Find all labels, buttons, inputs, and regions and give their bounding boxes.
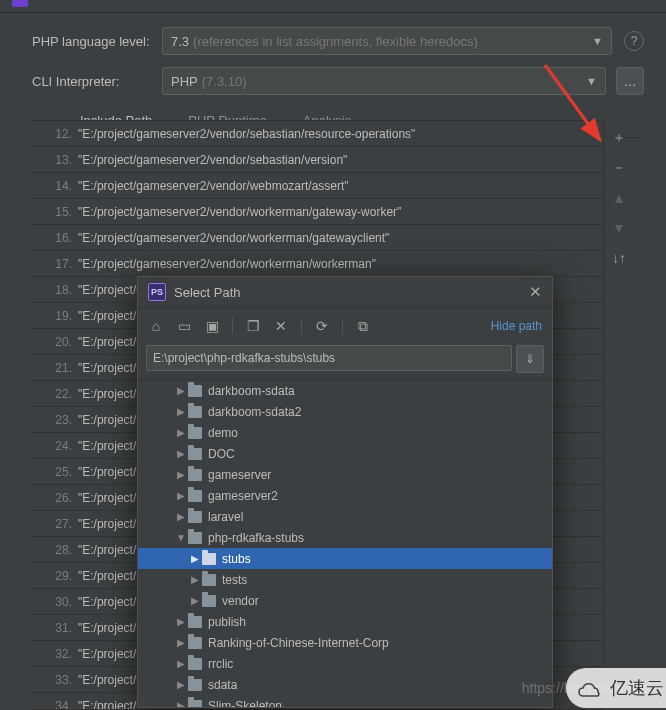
row-number: 17. [44, 257, 72, 271]
desktop-icon[interactable]: ▭ [176, 318, 192, 334]
tree-item[interactable]: ▶gameserver2 [138, 485, 552, 506]
delete-icon[interactable]: ✕ [273, 318, 289, 334]
row-number: 20. [44, 335, 72, 349]
tree-item[interactable]: ▶darkboom-sdata [138, 380, 552, 401]
row-path: "E:/project/gameserver2/vendor/sebastian… [78, 153, 347, 167]
list-item[interactable]: 14."E:/project/gameserver2/vendor/webmoz… [32, 173, 603, 199]
folder-icon [188, 700, 202, 708]
tree-item[interactable]: ▶gameserver [138, 464, 552, 485]
expand-icon[interactable]: ▶ [174, 679, 188, 690]
expand-icon[interactable]: ▶ [174, 448, 188, 459]
row-path: "E:/project/gameserver2/vendor/workerman… [78, 231, 389, 245]
folder-icon [188, 490, 202, 502]
hide-path-link[interactable]: Hide path [491, 319, 542, 333]
list-item[interactable]: 17."E:/project/gameserver2/vendor/worker… [32, 251, 603, 277]
expand-icon[interactable]: ▶ [188, 574, 202, 585]
chevron-down-icon: ▼ [586, 75, 597, 87]
list-item[interactable]: 13."E:/project/gameserver2/vendor/sebast… [32, 147, 603, 173]
row-number: 24. [44, 439, 72, 453]
cloud-text: 亿速云 [610, 676, 664, 700]
row-number: 28. [44, 543, 72, 557]
tree-item-label: rrclic [208, 657, 233, 671]
expand-icon[interactable]: ▶ [174, 511, 188, 522]
list-item[interactable]: 15."E:/project/gameserver2/vendor/worker… [32, 199, 603, 225]
row-path: "E:/project/ [78, 361, 136, 375]
expand-icon[interactable]: ▶ [174, 490, 188, 501]
cli-interpreter-hint: (7.3.10) [202, 74, 247, 89]
tree-item[interactable]: ▶sdata [138, 674, 552, 695]
tree-item[interactable]: ▶stubs [138, 548, 552, 569]
row-number: 34. [44, 699, 72, 711]
expand-icon[interactable]: ▶ [174, 385, 188, 396]
tree-item-label: tests [222, 573, 247, 587]
list-item[interactable]: 16."E:/project/gameserver2/vendor/worker… [32, 225, 603, 251]
remove-button[interactable]: － [611, 160, 627, 176]
tree-item[interactable]: ▶rrclic [138, 653, 552, 674]
path-input[interactable] [146, 345, 512, 371]
cli-interpreter-select[interactable]: PHP (7.3.10) ▼ [162, 67, 606, 95]
tree-item[interactable]: ▶Slim-Skeleton [138, 695, 552, 707]
cloud-badge: 亿速云 [566, 668, 666, 708]
home-icon[interactable]: ⌂ [148, 318, 164, 334]
expand-icon[interactable]: ▶ [188, 595, 202, 606]
expand-icon[interactable]: ▶ [188, 553, 202, 564]
expand-icon[interactable]: ▶ [174, 658, 188, 669]
row-number: 27. [44, 517, 72, 531]
row-path: "E:/project/ [78, 439, 136, 453]
row-path: "E:/project/gameserver2/vendor/sebastian… [78, 127, 415, 141]
tree-item[interactable]: ▼php-rdkafka-stubs [138, 527, 552, 548]
move-up-button[interactable]: ▲ [611, 190, 627, 206]
folder-icon [188, 406, 202, 418]
dialog-title: Select Path [174, 285, 529, 300]
separator [342, 318, 343, 334]
tree-item-label: vendor [222, 594, 259, 608]
dialog-toolbar: ⌂ ▭ ▣ ❐ ✕ ⟳ ⧉ Hide path [138, 308, 552, 341]
new-folder-icon[interactable]: ❐ [245, 318, 261, 334]
close-icon[interactable]: ✕ [529, 283, 542, 301]
tree-item-label: gameserver [208, 468, 271, 482]
php-level-select[interactable]: 7.3 (references in list assignments, fle… [162, 27, 612, 55]
tree-item[interactable]: ▶darkboom-sdata2 [138, 401, 552, 422]
history-button[interactable]: ⇓ [516, 345, 544, 373]
tree-item-label: php-rdkafka-stubs [208, 531, 304, 545]
project-icon[interactable]: ▣ [204, 318, 220, 334]
folder-icon [188, 679, 202, 691]
window-titlebar [0, 0, 666, 13]
folder-icon [202, 574, 216, 586]
tree-item[interactable]: ▶publish [138, 611, 552, 632]
cli-browse-button[interactable]: … [616, 67, 644, 95]
expand-icon[interactable]: ▼ [174, 532, 188, 543]
refresh-icon[interactable]: ⟳ [314, 318, 330, 334]
show-hidden-icon[interactable]: ⧉ [355, 318, 371, 334]
expand-icon[interactable]: ▶ [174, 469, 188, 480]
directory-tree[interactable]: ▶darkboom-sdata▶darkboom-sdata2▶demo▶DOC… [138, 379, 552, 707]
tree-item[interactable]: ▶DOC [138, 443, 552, 464]
folder-icon [188, 469, 202, 481]
row-path: "E:/project/ [78, 387, 136, 401]
sort-button[interactable]: ↓↑ [611, 250, 627, 266]
move-down-button[interactable]: ▼ [611, 220, 627, 236]
row-number: 21. [44, 361, 72, 375]
cli-interpreter-value: PHP [171, 74, 198, 89]
expand-icon[interactable]: ▶ [174, 406, 188, 417]
tree-item[interactable]: ▶laravel [138, 506, 552, 527]
add-button[interactable]: ＋ [611, 130, 627, 146]
dialog-titlebar: PS Select Path ✕ [138, 277, 552, 308]
tree-item[interactable]: ▶vendor [138, 590, 552, 611]
row-path: "E:/project/ [78, 673, 136, 687]
row-path: "E:/project/ [78, 491, 136, 505]
tree-item[interactable]: ▶demo [138, 422, 552, 443]
row-number: 31. [44, 621, 72, 635]
list-item[interactable]: 12."E:/project/gameserver2/vendor/sebast… [32, 121, 603, 147]
expand-icon[interactable]: ▶ [174, 637, 188, 648]
php-level-label: PHP language level: [32, 34, 162, 49]
expand-icon[interactable]: ▶ [174, 700, 188, 707]
row-number: 26. [44, 491, 72, 505]
tree-item-label: darkboom-sdata2 [208, 405, 301, 419]
tree-item[interactable]: ▶Ranking-of-Chinese-Internet-Corp [138, 632, 552, 653]
tree-item[interactable]: ▶tests [138, 569, 552, 590]
folder-icon [202, 595, 216, 607]
expand-icon[interactable]: ▶ [174, 427, 188, 438]
expand-icon[interactable]: ▶ [174, 616, 188, 627]
help-icon[interactable]: ? [624, 31, 644, 51]
